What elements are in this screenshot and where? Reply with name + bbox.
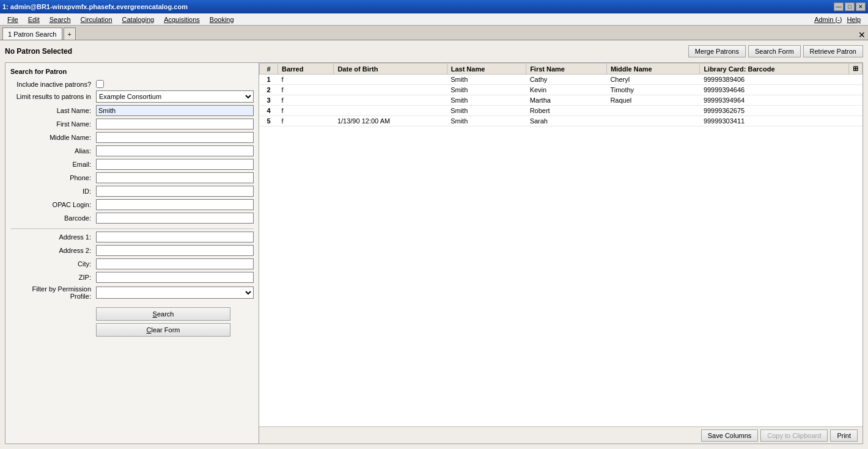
table-cell: Smith [447, 116, 526, 126]
window-title: 1: admin@BR1-winxpvmfx.phasefx.evergreen… [2, 3, 188, 10]
retrieve-patron-button[interactable]: Retrieve Patron [803, 45, 863, 57]
table-cell: Cheryl [606, 75, 700, 85]
table-row[interactable]: 1fSmithCathyCheryl99999389406 [260, 75, 862, 85]
table-row[interactable]: 4fSmithRobert99999362675 [260, 106, 862, 116]
table-header-row: # Barred Date of Birth Last Name First N… [260, 64, 862, 75]
middle-name-input[interactable] [96, 132, 254, 143]
table-cell [334, 106, 447, 116]
col-last-name[interactable]: Last Name [447, 64, 526, 75]
results-footer: Save Columns Copy to Clipboard Print [259, 426, 862, 444]
close-button[interactable]: ✕ [856, 2, 866, 11]
table-cell: 1/13/90 12:00 AM [334, 116, 447, 126]
merge-patrons-button[interactable]: Merge Patrons [688, 45, 746, 57]
menu-admin[interactable]: Admin (-) [814, 16, 842, 23]
clear-form-button[interactable]: Clear Form [96, 323, 230, 337]
table-cell: 99999303411 [700, 116, 849, 126]
city-input[interactable] [96, 258, 254, 269]
save-columns-button[interactable]: Save Columns [701, 429, 759, 442]
copy-clipboard-button[interactable]: Copy to Clipboard [760, 429, 828, 442]
id-input[interactable] [96, 186, 254, 197]
table-cell: Smith [447, 75, 526, 85]
barcode-input[interactable] [96, 213, 254, 224]
address2-input[interactable] [96, 245, 254, 256]
menu-help[interactable]: Help [847, 16, 861, 23]
phone-input[interactable] [96, 172, 254, 183]
search-button[interactable]: Search [96, 307, 230, 321]
table-cell: f [278, 116, 334, 126]
opac-login-input[interactable] [96, 199, 254, 210]
table-cell: Smith [447, 85, 526, 95]
print-button[interactable]: Print [830, 429, 858, 442]
table-cell [849, 116, 862, 126]
tab-add-button[interactable]: + [64, 27, 76, 40]
table-cell: 4 [260, 106, 278, 116]
menu-circulation[interactable]: Circulation [76, 15, 117, 24]
alias-input[interactable] [96, 145, 254, 156]
table-cell: Smith [447, 106, 526, 116]
limit-results-row: Limit results to patrons in Example Cons… [10, 90, 254, 103]
clear-form-underline: Clear Form [146, 326, 180, 334]
table-cell: 99999389406 [700, 75, 849, 85]
menu-file[interactable]: File [2, 15, 23, 24]
table-cell: Robert [526, 106, 607, 116]
table-cell: 3 [260, 95, 278, 106]
table-cell: 2 [260, 85, 278, 95]
email-input[interactable] [96, 159, 254, 170]
first-name-input[interactable] [96, 119, 254, 130]
last-name-input[interactable] [96, 105, 254, 116]
email-row: Email: [10, 159, 254, 170]
table-cell [606, 106, 700, 116]
menu-search[interactable]: Search [45, 15, 76, 24]
menu-edit[interactable]: Edit [23, 15, 45, 24]
address1-label: Address 1: [10, 233, 96, 241]
include-inactive-checkbox[interactable] [96, 80, 104, 88]
limit-results-select[interactable]: Example Consortium [96, 90, 254, 103]
table-cell: Sarah [526, 116, 607, 126]
search-form-title: Search for Patron [10, 68, 254, 75]
tab-patron-search[interactable]: 1 Patron Search [2, 27, 62, 40]
menu-items: File Edit Search Circulation Cataloging … [2, 15, 239, 24]
table-row[interactable]: 2fSmithKevinTimothy99999394646 [260, 85, 862, 95]
zip-row: ZIP: [10, 272, 254, 283]
menu-booking[interactable]: Booking [205, 15, 239, 24]
address1-input[interactable] [96, 232, 254, 243]
first-name-row: First Name: [10, 119, 254, 130]
filter-permission-row: Filter by Permission Profile: [10, 285, 254, 300]
search-form-button[interactable]: Search Form [748, 45, 801, 57]
body-split: Search for Patron Include inactive patro… [5, 62, 863, 444]
col-first-name[interactable]: First Name [526, 64, 607, 75]
tab-bar-close[interactable]: ✕ [858, 30, 866, 40]
table-cell [849, 106, 862, 116]
zip-input[interactable] [96, 272, 254, 283]
col-barred[interactable]: Barred [278, 64, 334, 75]
menu-acquisitions[interactable]: Acquisitions [159, 15, 205, 24]
filter-permission-select[interactable] [96, 287, 254, 299]
col-middle-name[interactable]: Middle Name [606, 64, 700, 75]
city-row: City: [10, 258, 254, 269]
barcode-row: Barcode: [10, 213, 254, 224]
include-inactive-label: Include inactive patrons? [10, 81, 96, 88]
results-area: # Barred Date of Birth Last Name First N… [259, 63, 862, 444]
table-cell [849, 75, 862, 85]
form-buttons: Search Clear Form [10, 307, 254, 337]
address2-label: Address 2: [10, 247, 96, 254]
form-divider [10, 228, 254, 229]
alias-label: Alias: [10, 147, 96, 155]
col-barcode[interactable]: Library Card: Barcode [700, 64, 849, 75]
col-dob[interactable]: Date of Birth [334, 64, 447, 75]
table-row[interactable]: 3fSmithMarthaRaquel99999394964 [260, 95, 862, 106]
col-num[interactable]: # [260, 64, 278, 75]
plus-icon: + [68, 31, 72, 38]
maximize-button[interactable]: □ [845, 2, 855, 11]
table-cell: Cathy [526, 75, 607, 85]
col-expand[interactable]: ⊞ [849, 64, 862, 75]
table-cell [334, 95, 447, 106]
barcode-label: Barcode: [10, 214, 96, 222]
minimize-button[interactable]: — [834, 2, 844, 11]
table-row[interactable]: 5f1/13/90 12:00 AMSmithSarah99999303411 [260, 116, 862, 126]
menu-right: Admin (-) Help [814, 16, 866, 23]
table-cell: 99999394964 [700, 95, 849, 106]
menu-cataloging[interactable]: Cataloging [117, 15, 160, 24]
include-inactive-row: Include inactive patrons? [10, 80, 254, 88]
last-name-row: Last Name: [10, 105, 254, 116]
